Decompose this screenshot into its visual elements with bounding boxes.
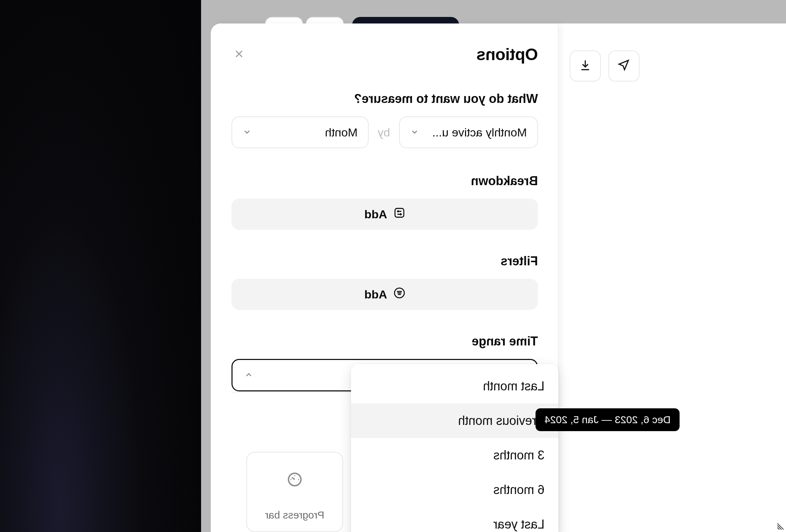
download-button[interactable] [570,50,601,82]
add-breakdown-label: Add [364,208,387,221]
resize-handle[interactable] [776,522,785,531]
metric-value: Monthly active u... [432,126,527,139]
gauge-icon [286,471,303,489]
metric-select[interactable]: Monthly active u... [399,116,538,148]
close-icon [234,49,244,60]
swap-icon [394,207,405,221]
background-dark-panel [0,0,201,532]
measure-label: What do you want to measure? [231,92,538,106]
period-select[interactable]: Month [231,116,369,148]
svg-rect-0 [395,208,404,217]
date-range-tooltip: Dec 6, 2023 — Jan 5, 2024 [536,408,680,431]
by-label: by [378,126,390,139]
dropdown-item[interactable]: Previous month [351,403,558,438]
filters-label: Filters [231,254,538,268]
panel-title: Options [476,45,538,64]
breakdown-label: Breakdown [231,174,538,188]
close-button[interactable] [231,47,247,62]
timerange-label: Time range [231,334,538,349]
progress-bar-card[interactable]: Progress bar [246,452,343,532]
pointer-icon [617,59,631,73]
chevron-up-icon [244,368,253,382]
add-filter-button[interactable]: Add [231,279,538,310]
filter-icon [394,287,405,302]
pointer-button[interactable] [608,50,640,82]
chevron-down-icon [243,126,252,139]
card-label: Progress bar [265,509,324,521]
period-value: Month [325,126,358,139]
timerange-dropdown: Last month Previous month 3 months 6 mon… [351,364,558,532]
add-filter-label: Add [364,288,387,301]
chevron-down-icon [410,126,419,139]
download-icon [579,59,592,73]
dropdown-item[interactable]: 3 months [351,438,558,473]
dropdown-item[interactable]: Last month [351,369,558,403]
dropdown-item[interactable]: 6 months [351,473,558,507]
dropdown-item[interactable]: Last year [351,507,558,532]
add-breakdown-button[interactable]: Add [231,199,538,230]
